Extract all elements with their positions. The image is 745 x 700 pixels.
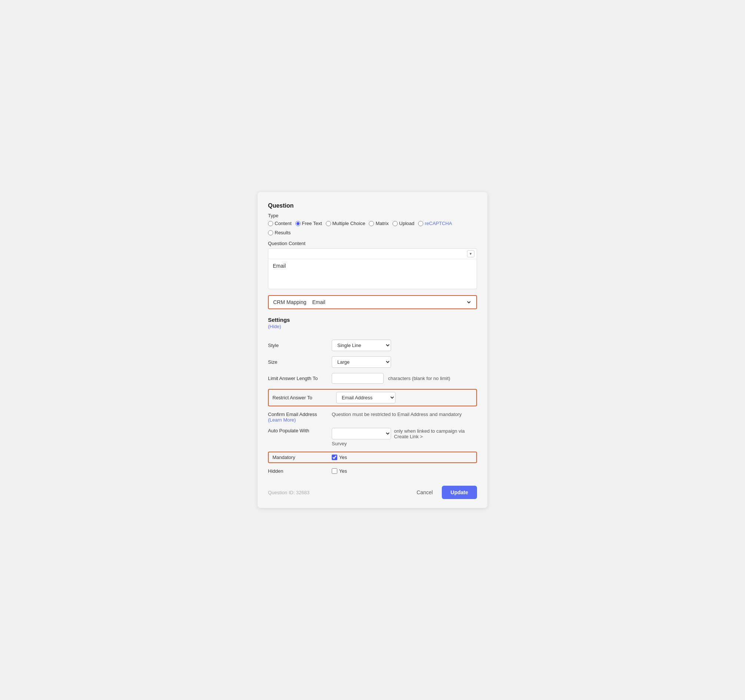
radio-free-text-input[interactable]: [295, 221, 301, 226]
crm-mapping-row: CRM Mapping Email Name Phone Company: [268, 295, 477, 309]
radio-multiple-choice-input[interactable]: [326, 221, 331, 226]
settings-grid: Style Single Line Multi Line Size Small …: [268, 340, 477, 474]
confirm-email-label: Confirm Email Address (Learn More): [268, 412, 327, 423]
restrict-label: Restrict Answer To: [272, 395, 332, 400]
auto-populate-row: Auto Populate With Email Name only when …: [268, 428, 477, 447]
hidden-checkbox[interactable]: [332, 468, 337, 474]
radio-results[interactable]: Results: [268, 230, 290, 235]
radio-matrix[interactable]: Matrix: [369, 220, 389, 226]
size-select[interactable]: Small Medium Large: [332, 356, 391, 368]
auto-populate-sublabel: Survey: [332, 441, 477, 447]
limit-input[interactable]: [332, 373, 384, 384]
mandatory-yes-label: Yes: [339, 454, 347, 460]
radio-upload-input[interactable]: [392, 221, 398, 226]
update-button[interactable]: Update: [442, 486, 477, 499]
auto-populate-inline: Email Name only when linked to campaign …: [332, 428, 477, 439]
hidden-checkbox-label[interactable]: Yes: [332, 468, 347, 474]
footer-row: Question ID: 32683 Cancel Update: [268, 483, 477, 499]
style-select[interactable]: Single Line Multi Line: [332, 340, 391, 351]
question-content-text[interactable]: Email: [268, 259, 477, 289]
question-content-label: Question Content: [268, 241, 477, 246]
auto-populate-right: Email Name only when linked to campaign …: [332, 428, 477, 447]
limit-note: characters (blank for no limit): [388, 376, 450, 381]
limit-row: Limit Answer Length To characters (blank…: [268, 373, 477, 384]
question-content-toolbar: ▾: [268, 249, 477, 259]
toolbar-dropdown-btn[interactable]: ▾: [467, 250, 474, 257]
auto-populate-note: only when linked to campaign via Create …: [394, 428, 477, 439]
crm-mapping-select[interactable]: Email Name Phone Company: [311, 299, 472, 306]
hidden-yes-label: Yes: [339, 468, 347, 474]
cancel-button[interactable]: Cancel: [412, 486, 437, 498]
mandatory-checkbox-label[interactable]: Yes: [332, 454, 347, 460]
hide-link[interactable]: (Hide): [268, 324, 281, 329]
size-label: Size: [268, 359, 327, 365]
learn-more-link[interactable]: (Learn More): [268, 417, 296, 423]
radio-recaptcha-input[interactable]: [418, 221, 423, 226]
crm-mapping-label: CRM Mapping: [273, 299, 306, 305]
restrict-row: Restrict Answer To None Email Address Nu…: [268, 389, 477, 406]
confirm-email-row: Confirm Email Address (Learn More) Quest…: [268, 412, 477, 423]
settings-title: Settings: [268, 317, 477, 323]
type-label: Type: [268, 213, 477, 218]
radio-content-input[interactable]: [268, 221, 273, 226]
auto-populate-select[interactable]: Email Name: [332, 428, 391, 439]
footer-buttons: Cancel Update: [412, 486, 477, 499]
radio-results-input[interactable]: [268, 230, 273, 235]
hidden-row: Hidden Yes: [268, 468, 477, 474]
radio-multiple-choice[interactable]: Multiple Choice: [326, 220, 365, 226]
restrict-select[interactable]: None Email Address Numbers Only Letters …: [336, 392, 395, 403]
question-id: Question ID: 32683: [268, 490, 310, 495]
auto-populate-label: Auto Populate With: [268, 428, 327, 433]
radio-upload[interactable]: Upload: [392, 220, 414, 226]
style-label: Style: [268, 343, 327, 348]
mandatory-row: Mandatory Yes: [268, 451, 477, 463]
style-row: Style Single Line Multi Line: [268, 340, 477, 351]
radio-content[interactable]: Content: [268, 220, 292, 226]
radio-matrix-input[interactable]: [369, 221, 374, 226]
question-content-area: ▾ Email: [268, 249, 477, 289]
section-title: Question: [268, 202, 477, 209]
type-radio-group: Content Free Text Multiple Choice Matrix…: [268, 220, 477, 235]
question-panel: Question Type Content Free Text Multiple…: [257, 192, 488, 508]
radio-free-text[interactable]: Free Text: [295, 220, 322, 226]
mandatory-label: Mandatory: [272, 454, 327, 460]
confirm-email-note: Question must be restricted to Email Add…: [332, 412, 461, 417]
mandatory-checkbox[interactable]: [332, 454, 337, 460]
size-row: Size Small Medium Large: [268, 356, 477, 368]
hidden-label: Hidden: [268, 468, 327, 474]
radio-recaptcha[interactable]: reCAPTCHA: [418, 220, 452, 226]
limit-label: Limit Answer Length To: [268, 376, 327, 381]
